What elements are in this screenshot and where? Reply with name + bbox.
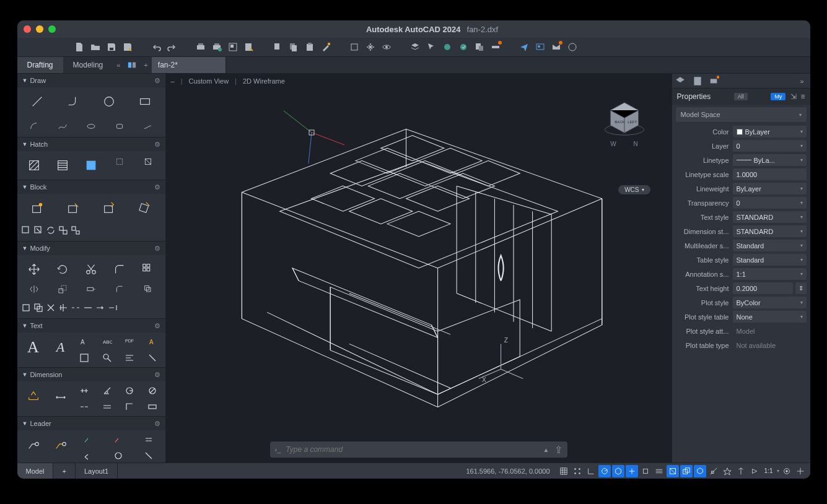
measure-icon[interactable] (489, 41, 502, 53)
circle-tool[interactable] (92, 91, 126, 112)
dimcontinue-tool[interactable] (74, 400, 95, 414)
drawing-canvas[interactable]: – | Custom View | 2D Wireframe (166, 74, 672, 463)
transparency-icon[interactable] (667, 465, 679, 477)
explode-tool[interactable] (46, 301, 56, 315)
gear-icon[interactable]: ⚙ (154, 77, 160, 85)
publish-icon[interactable] (243, 41, 255, 53)
new-tab-icon[interactable]: + (140, 57, 151, 73)
palette-tab-blocks-icon[interactable] (709, 76, 720, 86)
snapmode-icon[interactable] (571, 465, 584, 477)
dimbaseline-tool[interactable] (97, 400, 117, 414)
palette-tab-layers-icon[interactable] (692, 76, 703, 86)
find-tool[interactable]: ABC (97, 335, 117, 349)
erase-tool[interactable] (21, 301, 31, 315)
rectangle-tool[interactable] (128, 91, 162, 112)
mtext-tool[interactable]: A (20, 335, 47, 360)
open-icon[interactable] (89, 41, 102, 53)
audit-icon[interactable] (457, 41, 470, 53)
maximize-icon[interactable] (48, 25, 56, 33)
offset-tool[interactable] (135, 282, 161, 296)
copy-tool[interactable] (33, 301, 43, 315)
command-history-icon[interactable]: ▲ (543, 446, 549, 453)
property-value[interactable]: Standard▾ (733, 254, 807, 266)
property-value[interactable]: STANDARD▾ (733, 211, 807, 223)
cleanup-icon[interactable] (441, 41, 453, 53)
scale-tool[interactable] (50, 282, 76, 296)
wblock-tool[interactable] (128, 198, 162, 219)
batchplot-icon[interactable] (211, 41, 223, 53)
file-tab[interactable]: fan-2* (152, 57, 226, 73)
property-value[interactable]: STANDARD▾ (733, 225, 807, 237)
dimradius-tool[interactable] (120, 384, 140, 398)
line-tool[interactable] (21, 91, 55, 112)
customize-icon[interactable] (794, 465, 807, 477)
region-tool[interactable] (135, 155, 161, 168)
stretch-tool[interactable] (78, 282, 104, 296)
layout-tab-add[interactable]: + (53, 463, 75, 479)
isodraft-icon[interactable] (612, 465, 624, 477)
polyline-tool[interactable] (56, 91, 90, 112)
dimaligned-tool[interactable] (74, 384, 95, 398)
annomon-icon[interactable] (721, 465, 733, 477)
layers-icon[interactable] (409, 41, 421, 53)
textstyle-tool[interactable]: A (74, 335, 95, 349)
layout-tab-layout1[interactable]: Layout1 (76, 463, 118, 479)
annoscale-icon[interactable] (748, 465, 761, 477)
saveas-icon[interactable] (121, 41, 134, 53)
quickview-icon[interactable] (124, 57, 140, 73)
wcs-dropdown[interactable]: WCS ▾ (618, 185, 650, 194)
mirror-tool[interactable] (21, 282, 47, 296)
matchprop-icon[interactable] (320, 41, 332, 53)
preview-icon[interactable] (227, 41, 239, 53)
justify-tool[interactable] (120, 351, 140, 365)
leader-style-tool[interactable] (105, 449, 133, 463)
command-share-icon[interactable]: ⇪ (554, 444, 562, 456)
property-value[interactable]: Standard▾ (733, 240, 807, 251)
spline-tool[interactable] (50, 119, 76, 133)
leader-remove-tool[interactable] (105, 433, 133, 446)
property-value[interactable]: 0▾ (733, 140, 807, 152)
selection-combo[interactable]: Model Space ▾ (676, 107, 807, 122)
textedit-tool[interactable] (142, 351, 163, 365)
gear-icon[interactable]: ⚙ (154, 141, 160, 149)
tolerance-tool[interactable] (142, 400, 163, 414)
property-value[interactable]: 0▾ (733, 197, 807, 209)
minimize-icon[interactable] (36, 25, 43, 33)
property-value[interactable]: 0.2000 (733, 282, 793, 294)
gear-icon[interactable]: ⚙ (154, 245, 160, 253)
tab-overflow[interactable]: « (113, 57, 124, 73)
coordinates-readout[interactable]: 161.5966, -76.0562, 0.0000 (466, 467, 549, 475)
undo-icon[interactable] (150, 41, 162, 53)
orbit-icon[interactable] (380, 41, 393, 53)
pan-icon[interactable] (364, 41, 377, 53)
command-input[interactable] (286, 445, 538, 454)
xref-icon[interactable] (473, 41, 486, 53)
palette-overflow-icon[interactable]: » (797, 76, 808, 86)
ortho-icon[interactable] (585, 465, 597, 477)
solid-tool[interactable] (78, 155, 104, 176)
help-icon[interactable] (566, 41, 579, 53)
leader-collect-tool[interactable] (74, 449, 102, 463)
select-icon[interactable] (425, 41, 437, 53)
array-tool[interactable] (135, 259, 161, 280)
dyninput-icon[interactable] (626, 465, 638, 477)
dimdiameter-tool[interactable] (142, 384, 163, 398)
revcloud-tool[interactable] (135, 119, 161, 133)
fillet-tool[interactable] (107, 259, 133, 280)
new-icon[interactable] (73, 41, 85, 53)
redo-icon[interactable] (166, 41, 178, 53)
mleader-tool[interactable] (20, 433, 47, 458)
plot-icon[interactable] (195, 41, 207, 53)
edit-block-tool[interactable] (92, 198, 126, 219)
save-icon[interactable] (105, 41, 118, 53)
osnap-icon[interactable] (639, 465, 652, 477)
filter-all-button[interactable]: All (734, 93, 748, 100)
boundary-tool[interactable] (107, 155, 133, 168)
tab-drafting[interactable]: Drafting (17, 57, 63, 73)
dimordinate-tool[interactable] (120, 400, 140, 414)
gradient-tool[interactable] (50, 155, 76, 176)
property-value[interactable]: None▾ (733, 311, 807, 323)
annoauto-icon[interactable] (735, 465, 747, 477)
rotate-tool[interactable] (50, 259, 76, 280)
pin-icon[interactable]: ⇲ (790, 92, 797, 101)
